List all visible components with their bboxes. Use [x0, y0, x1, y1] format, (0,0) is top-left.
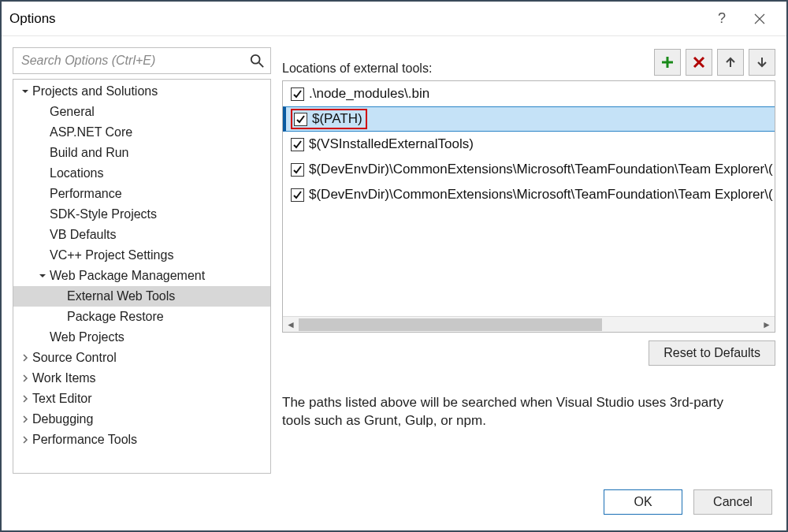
checkbox[interactable]	[291, 138, 304, 151]
arrow-up-icon	[724, 56, 737, 69]
location-text: $(PATH)	[312, 111, 362, 127]
remove-button[interactable]	[686, 49, 712, 76]
options-dialog: Options ? Projects and SolutionsGeneralA…	[0, 0, 788, 532]
tree-item[interactable]: Build and Run	[13, 143, 270, 163]
location-text: $(DevEnvDir)\CommonExtensions\Microsoft\…	[309, 187, 773, 203]
locations-list[interactable]: .\node_modules\.bin$(PATH)$(VSInstalledE…	[282, 80, 775, 333]
highlighted-path: $(PATH)	[291, 109, 367, 129]
chevron-down-icon	[37, 270, 48, 281]
tree-item-label: General	[50, 105, 95, 119]
tree-spacer	[37, 168, 48, 179]
checkbox[interactable]	[291, 87, 304, 101]
tree-item[interactable]: Debugging	[13, 409, 270, 430]
window-title: Options	[9, 11, 56, 27]
chevron-right-icon	[20, 373, 31, 384]
tree-item-label: Source Control	[32, 351, 117, 365]
tree-item[interactable]: SDK-Style Projects	[13, 204, 270, 225]
move-up-button[interactable]	[717, 49, 744, 76]
options-tree[interactable]: Projects and SolutionsGeneralASP.NET Cor…	[13, 80, 270, 473]
svg-line-1	[259, 63, 263, 67]
location-text: .\node_modules\.bin	[309, 86, 429, 102]
tree-item[interactable]: Web Projects	[13, 327, 270, 348]
tree-item-label: Performance	[50, 187, 122, 201]
reset-to-defaults-button[interactable]: Reset to Defaults	[649, 340, 775, 366]
move-down-button[interactable]	[749, 49, 775, 76]
tree-item[interactable]: Package Restore	[13, 307, 270, 327]
tree-spacer	[37, 209, 48, 220]
tree-item[interactable]: Web Package Management	[13, 266, 270, 286]
ok-button[interactable]: OK	[604, 489, 682, 515]
tree-item[interactable]: Locations	[13, 163, 270, 184]
tree-item-label: Projects and Solutions	[32, 84, 158, 99]
checkbox[interactable]	[291, 188, 304, 202]
locations-heading: Locations of external tools:	[282, 61, 432, 76]
tree-item-label: Performance Tools	[32, 433, 137, 447]
tree-spacer	[37, 229, 48, 240]
tree-item[interactable]: Text Editor	[13, 389, 270, 409]
location-text: $(VSInstalledExternalTools)	[309, 136, 474, 152]
tree-item[interactable]: Performance	[13, 184, 270, 204]
plus-icon	[661, 56, 674, 69]
tree-item[interactable]: VC++ Project Settings	[13, 245, 270, 266]
tree-item[interactable]: Work Items	[13, 368, 270, 389]
tree-item[interactable]: Performance Tools	[13, 430, 270, 450]
add-button[interactable]	[654, 49, 681, 76]
tree-spacer	[37, 188, 48, 199]
cancel-button[interactable]: Cancel	[693, 489, 772, 515]
dialog-footer: OK Cancel	[2, 474, 786, 530]
location-row[interactable]: $(VSInstalledExternalTools)	[283, 132, 775, 157]
location-row[interactable]: $(DevEnvDir)\CommonExtensions\Microsoft\…	[283, 182, 775, 207]
tree-item-label: VC++ Project Settings	[50, 248, 173, 262]
tree-item-label: Locations	[50, 166, 104, 180]
search-box[interactable]	[13, 47, 271, 74]
tree-spacer	[37, 127, 48, 138]
scroll-right-icon[interactable]: ►	[759, 317, 775, 333]
tree-item[interactable]: ASP.NET Core	[13, 122, 270, 143]
chevron-right-icon	[20, 352, 31, 363]
description-text: The paths listed above will be searched …	[282, 394, 755, 430]
chevron-right-icon	[20, 434, 31, 445]
tree-item[interactable]: Projects and Solutions	[13, 81, 270, 102]
tree-item-label: Package Restore	[67, 310, 164, 324]
tree-item[interactable]: General	[13, 102, 270, 122]
location-row[interactable]: $(PATH)	[283, 106, 775, 132]
close-button[interactable]	[741, 2, 779, 35]
tree-spacer	[54, 291, 65, 302]
chevron-right-icon	[20, 393, 31, 404]
arrow-down-icon	[756, 56, 768, 69]
search-input[interactable]	[20, 53, 250, 69]
close-icon	[754, 13, 765, 24]
checkbox[interactable]	[294, 113, 307, 126]
tree-item-label: Web Package Management	[50, 269, 205, 283]
tree-item-label: Debugging	[32, 412, 93, 426]
horizontal-scrollbar[interactable]: ◄ ►	[283, 316, 775, 332]
scroll-left-icon[interactable]: ◄	[283, 317, 299, 333]
tree-spacer	[37, 250, 48, 261]
tree-spacer	[54, 311, 65, 322]
tree-item[interactable]: VB Defaults	[13, 225, 270, 245]
tree-item-label: Build and Run	[50, 146, 129, 160]
help-button[interactable]: ?	[703, 2, 741, 35]
svg-point-0	[251, 55, 260, 64]
tree-item-label: External Web Tools	[67, 289, 175, 303]
search-icon	[250, 54, 264, 68]
chevron-right-icon	[20, 414, 31, 425]
titlebar: Options ?	[2, 2, 786, 36]
location-text: $(DevEnvDir)\CommonExtensions\Microsoft\…	[309, 162, 773, 177]
tree-item-label: VB Defaults	[50, 228, 116, 242]
tree-item-label: Work Items	[32, 371, 96, 385]
location-row[interactable]: $(DevEnvDir)\CommonExtensions\Microsoft\…	[283, 157, 775, 182]
tree-item-label: ASP.NET Core	[50, 125, 132, 140]
tree-spacer	[37, 332, 48, 343]
checkbox[interactable]	[291, 163, 304, 177]
x-icon	[693, 56, 705, 69]
tree-spacer	[37, 106, 48, 117]
tree-item-label: SDK-Style Projects	[50, 207, 157, 221]
tree-item[interactable]: Source Control	[13, 348, 270, 368]
tree-item-label: Text Editor	[32, 392, 92, 406]
tree-item-label: Web Projects	[50, 330, 125, 344]
chevron-down-icon	[20, 86, 31, 97]
tree-item[interactable]: External Web Tools	[13, 286, 270, 307]
location-row[interactable]: .\node_modules\.bin	[283, 81, 775, 106]
tree-spacer	[37, 147, 48, 158]
